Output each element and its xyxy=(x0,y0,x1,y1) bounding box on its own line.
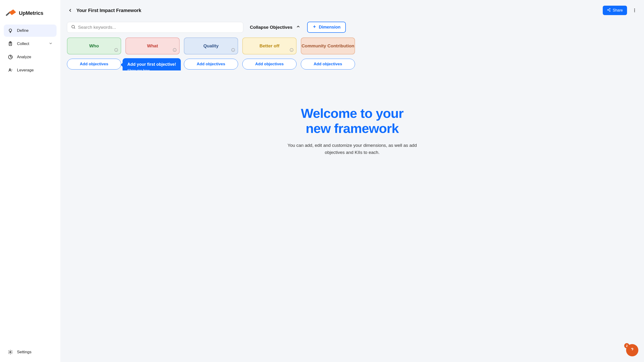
info-icon[interactable] xyxy=(114,48,118,52)
sidebar-item-label: Collect xyxy=(17,42,29,46)
svg-point-4 xyxy=(9,69,10,70)
svg-point-10 xyxy=(634,10,635,10)
info-icon[interactable] xyxy=(172,48,177,52)
dimension-label: Dimension xyxy=(319,25,340,30)
clipboard-icon xyxy=(8,41,13,47)
dimension-label: What xyxy=(147,43,158,48)
add-objectives-button[interactable]: Add objectives xyxy=(67,59,121,70)
chevron-down-icon xyxy=(48,41,53,47)
svg-point-0 xyxy=(9,29,12,32)
tooltip-link[interactable]: Show me how xyxy=(127,68,176,70)
share-label: Share xyxy=(613,8,623,12)
plus-icon xyxy=(312,24,316,30)
dimension-column-quality: Quality Add objectives xyxy=(184,38,238,70)
dimensions-row: Who Add objectives What Add objectives A… xyxy=(60,36,644,70)
sidebar-item-label: Define xyxy=(17,28,28,33)
sidebar: UpMetrics Define Collect xyxy=(0,0,60,362)
page-title: Your First Impact Framework xyxy=(76,8,141,13)
dimension-label: Who xyxy=(89,43,99,48)
dimension-column-community: Community Contribution Add objectives xyxy=(301,38,355,70)
sidebar-item-label: Leverage xyxy=(17,68,34,72)
sidebar-item-define[interactable]: Define xyxy=(4,24,56,37)
main-nav: Define Collect Analyze xyxy=(4,24,56,76)
share-button[interactable]: Share xyxy=(603,6,627,15)
sidebar-item-leverage[interactable]: Leverage xyxy=(4,64,56,76)
share-icon xyxy=(607,8,611,13)
svg-point-11 xyxy=(634,11,635,12)
tooltip-title: Add your first objective! xyxy=(127,62,176,67)
collapse-label: Collapse Objectives xyxy=(250,25,292,30)
brand-logo[interactable]: UpMetrics xyxy=(4,4,56,24)
search-input[interactable] xyxy=(78,25,239,30)
add-dimension-button[interactable]: Dimension xyxy=(307,22,346,33)
info-icon[interactable] xyxy=(231,48,235,52)
svg-point-5 xyxy=(10,352,11,353)
chevron-up-icon xyxy=(296,24,300,30)
sidebar-item-collect[interactable]: Collect xyxy=(4,38,56,50)
help-badge: 2 xyxy=(624,343,630,348)
sidebar-item-label: Settings xyxy=(17,350,31,354)
chart-icon xyxy=(8,54,13,60)
svg-point-6 xyxy=(609,8,610,9)
brand-name: UpMetrics xyxy=(19,10,43,16)
collapse-objectives-button[interactable]: Collapse Objectives xyxy=(250,24,300,30)
sidebar-item-label: Analyze xyxy=(17,55,31,60)
help-fab[interactable]: 2 xyxy=(626,344,638,356)
svg-point-9 xyxy=(634,9,635,10)
svg-point-8 xyxy=(609,10,610,12)
svg-point-12 xyxy=(72,25,74,28)
person-card-icon xyxy=(8,68,13,73)
dimension-card-quality[interactable]: Quality xyxy=(184,38,238,54)
search-icon xyxy=(71,24,76,30)
add-objectives-button[interactable]: Add objectives xyxy=(242,59,296,70)
onboarding-tooltip[interactable]: Add your first objective! Show me how xyxy=(122,58,181,70)
dimension-label: Better off xyxy=(260,43,279,48)
dimension-card-what[interactable]: What xyxy=(126,38,180,54)
search-field[interactable] xyxy=(67,22,243,33)
question-icon xyxy=(629,347,635,354)
page-header: Your First Impact Framework Share xyxy=(60,0,644,15)
logo-icon xyxy=(6,10,16,17)
add-objectives-button[interactable]: Add objectives xyxy=(301,59,355,70)
toolbar: Collapse Objectives Dimension xyxy=(60,15,644,36)
dimension-card-who[interactable]: Who xyxy=(67,38,121,54)
add-objectives-button[interactable]: Add objectives xyxy=(184,59,238,70)
dimension-column-better-off: Better off Add objectives xyxy=(242,38,296,70)
back-button[interactable] xyxy=(67,7,74,14)
gear-icon xyxy=(8,349,13,355)
svg-point-7 xyxy=(608,10,608,10)
dimension-label: Quality xyxy=(204,43,218,48)
sidebar-item-settings[interactable]: Settings xyxy=(4,346,56,358)
sidebar-item-analyze[interactable]: Analyze xyxy=(4,51,56,63)
dimension-label: Community Contribution xyxy=(302,43,354,48)
welcome-subtext: You can add, edit and customize your dim… xyxy=(286,142,418,156)
dimension-column-what: What Add objectives Add your first objec… xyxy=(126,38,180,70)
dimension-card-better-off[interactable]: Better off xyxy=(242,38,296,54)
info-icon[interactable] xyxy=(290,48,294,52)
main-content: Your First Impact Framework Share xyxy=(60,0,644,362)
welcome-heading: Welcome to your new framework xyxy=(301,106,403,136)
more-menu-button[interactable] xyxy=(632,8,638,13)
dimension-card-community[interactable]: Community Contribution xyxy=(301,38,355,54)
dimension-column-who: Who Add objectives xyxy=(67,38,121,70)
welcome-panel: Welcome to your new framework You can ad… xyxy=(60,70,644,362)
lightbulb-icon xyxy=(8,28,13,34)
